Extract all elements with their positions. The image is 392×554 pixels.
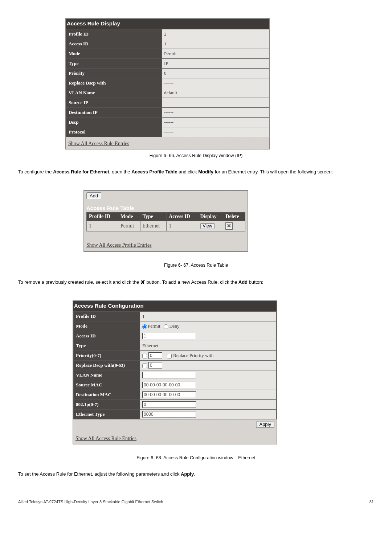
para2-b1: Add xyxy=(238,279,248,285)
cell-profile-id: 1 xyxy=(87,221,118,231)
display-k-1: Access ID xyxy=(66,39,162,49)
display-k-4: Priority xyxy=(66,69,162,78)
display-k-3: Type xyxy=(66,59,162,69)
display-k-0: Profile ID xyxy=(66,29,162,39)
vlan-name-input[interactable] xyxy=(142,372,196,378)
priority-enable-checkbox[interactable] xyxy=(142,354,147,358)
cfg-v-priority: Replace Priority with xyxy=(140,351,277,361)
cfg-k-mode: Mode xyxy=(74,321,140,331)
config-table: Profile ID 1 Mode Permit Deny Access ID … xyxy=(73,311,277,419)
footer-page-number: 81 xyxy=(369,500,374,504)
access-rule-display-title: Access Rule Display xyxy=(66,19,269,29)
display-v-4: 0 xyxy=(162,69,269,78)
add-button[interactable]: Add xyxy=(86,192,101,199)
view-button[interactable]: View xyxy=(200,223,215,229)
cfg-k-priority: Priority(0-7) xyxy=(74,351,140,361)
cfg-v-8021p xyxy=(140,400,277,410)
cfg-v-type: Ethernet xyxy=(140,341,277,351)
display-k-5: Replace Dscp with xyxy=(66,78,162,88)
mode-permit-label: Permit xyxy=(148,323,160,329)
cfg-v-profile-id: 1 xyxy=(140,312,277,321)
show-all-rules-link-1[interactable]: Show All Access Rule Entries xyxy=(68,141,129,146)
x-icon: ✘ xyxy=(140,278,145,287)
paragraph-3: To set the Access Rule for Ethernet, adj… xyxy=(18,471,374,478)
access-id-input[interactable] xyxy=(142,333,196,339)
para1-b1: Access Rule for Ethernet xyxy=(53,169,109,175)
display-v-6: default xyxy=(162,88,269,98)
cfg-v-dscp xyxy=(140,361,277,370)
access-rule-display-panel: Access Rule Display Profile ID2 Access I… xyxy=(65,18,270,149)
figure-caption-1: Figure 6- 66. Access Rule Display window… xyxy=(18,153,374,158)
priority-input[interactable] xyxy=(148,352,162,359)
para1-b3: Modify xyxy=(198,169,213,175)
display-v-8: ------ xyxy=(162,108,269,118)
paragraph-2: To remove a previously created rule, sel… xyxy=(18,278,374,286)
table-row: 1 Permit Ethernet 1 View ✕ xyxy=(87,221,245,231)
cfg-k-access-id: Access ID xyxy=(74,331,140,341)
cfg-v-mode: Permit Deny xyxy=(140,321,277,331)
replace-priority-label: Replace Priority with xyxy=(173,353,213,358)
show-all-rules-link-2[interactable]: Show All Access Rule Entries xyxy=(75,436,136,441)
th-mode: Mode xyxy=(118,212,140,221)
mode-deny-radio[interactable] xyxy=(164,324,168,329)
apply-button[interactable]: Apply xyxy=(256,421,274,428)
para1-post: for an Ethernet entry. This will open th… xyxy=(213,169,333,175)
para3-b1: Apply xyxy=(181,471,194,477)
cfg-k-profile-id: Profile ID xyxy=(74,312,140,321)
access-rule-table-title: Access Rule Table xyxy=(86,204,245,212)
cfg-v-dmac xyxy=(140,390,277,400)
cfg-v-etype xyxy=(140,410,277,419)
display-k-2: Mode xyxy=(66,49,162,59)
para3-post: . xyxy=(194,471,195,477)
cfg-k-type: Type xyxy=(74,341,140,351)
replace-priority-checkbox[interactable] xyxy=(167,354,172,358)
figure-caption-3: Figure 6- 68. Access Rule Configuration … xyxy=(18,455,374,460)
cell-mode: Permit xyxy=(118,221,140,231)
cfg-k-dmac: Destination MAC xyxy=(74,390,140,400)
cfg-k-dscp: Replace Dscp with(0-63) xyxy=(74,361,140,370)
cell-display: View xyxy=(198,221,223,231)
display-k-10: Protocol xyxy=(66,127,162,137)
page-footer: Allied Telesyn AT-9724TS High-Density La… xyxy=(18,500,374,504)
figure-caption-2: Figure 6- 67. Access Rule Table xyxy=(18,263,374,268)
footer-left: Allied Telesyn AT-9724TS High-Density La… xyxy=(18,500,163,504)
dest-mac-input[interactable] xyxy=(142,391,196,398)
th-profile-id: Profile ID xyxy=(87,212,118,221)
display-v-5: ------ xyxy=(162,78,269,88)
para2-pre: To remove a previously created rule, sel… xyxy=(18,279,140,285)
dscp-input[interactable] xyxy=(148,362,162,369)
cfg-k-smac: Source MAC xyxy=(74,380,140,390)
delete-icon[interactable]: ✕ xyxy=(225,222,233,230)
access-rule-table: Profile ID Mode Type Access ID Display D… xyxy=(86,212,245,231)
cell-access-id: 1 xyxy=(167,221,198,231)
cfg-v-access-id xyxy=(140,331,277,341)
para1-b2: Access Profile Table xyxy=(131,169,177,175)
mode-permit-radio[interactable] xyxy=(142,324,147,329)
display-v-9: ------ xyxy=(162,118,269,127)
access-rule-display-table: Profile ID2 Access ID1 ModePermit TypeIP… xyxy=(66,29,269,137)
para2-post: button: xyxy=(248,279,263,285)
display-v-7: ------ xyxy=(162,98,269,108)
display-v-0: 2 xyxy=(162,29,269,39)
ethernet-type-input[interactable] xyxy=(142,411,196,418)
dscp-enable-checkbox[interactable] xyxy=(142,364,147,368)
th-delete: Delete xyxy=(223,212,245,221)
source-mac-input[interactable] xyxy=(142,382,196,388)
display-v-2: Permit xyxy=(162,49,269,59)
para2-mid: button. To add a new Access Rule, click … xyxy=(145,279,238,285)
cell-type: Ethernet xyxy=(140,221,167,231)
cfg-k-vlan: VLAN Name xyxy=(74,370,140,380)
para3-pre: To set the Access Rule for Ethernet, adj… xyxy=(18,471,181,477)
paragraph-1: To configure the Access Rule for Etherne… xyxy=(18,168,374,176)
8021p-input[interactable] xyxy=(142,401,196,408)
show-all-profiles-link[interactable]: Show All Access Profile Entries xyxy=(86,242,152,248)
display-k-6: VLAN Name xyxy=(66,88,162,98)
display-k-9: Dscp xyxy=(66,118,162,127)
th-access-id: Access ID xyxy=(167,212,198,221)
cfg-k-8021p: 802.1p(0-7) xyxy=(74,400,140,410)
th-type: Type xyxy=(140,212,167,221)
display-k-8: Destination IP xyxy=(66,108,162,118)
mode-deny-label: Deny xyxy=(169,323,179,329)
display-v-10: ------ xyxy=(162,127,269,137)
th-display: Display xyxy=(198,212,223,221)
